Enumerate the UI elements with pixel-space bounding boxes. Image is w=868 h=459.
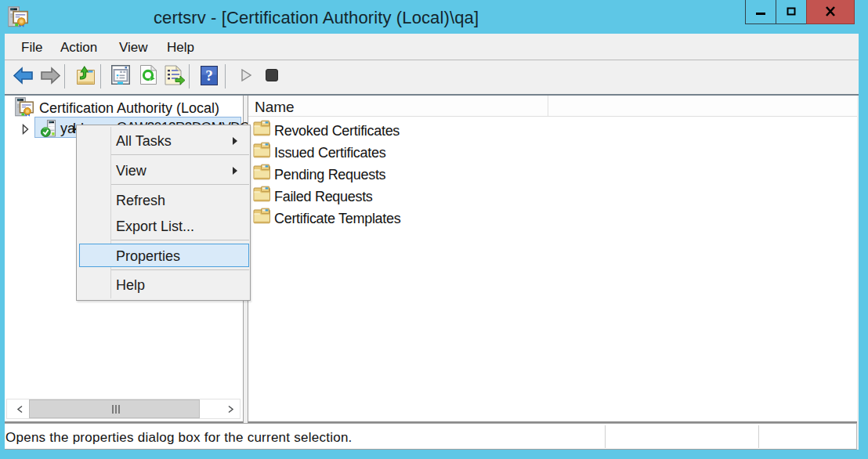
svg-text:?: ? — [205, 67, 213, 84]
